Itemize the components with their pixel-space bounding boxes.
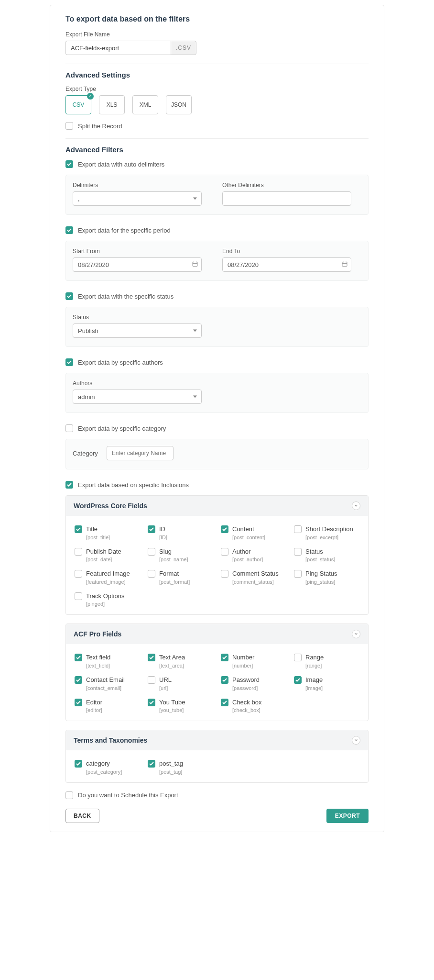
export-button[interactable]: EXPORT bbox=[326, 809, 369, 823]
field-key: [password] bbox=[232, 685, 286, 691]
split-record-checkbox[interactable] bbox=[65, 122, 73, 130]
field-item: Ping Status[ping_status] bbox=[290, 567, 363, 590]
field-item: Text field[text_field] bbox=[71, 651, 144, 673]
other-delimiters-input[interactable] bbox=[222, 191, 351, 206]
file-name-input[interactable] bbox=[65, 41, 171, 55]
field-label: Editor bbox=[86, 699, 140, 706]
field-label: Short Description bbox=[305, 525, 359, 533]
field-checkbox[interactable] bbox=[221, 654, 228, 661]
category-input[interactable] bbox=[107, 446, 174, 460]
field-checkbox[interactable] bbox=[75, 699, 82, 706]
schedule-label: Do you want to Schedule this Export bbox=[78, 791, 178, 799]
field-key: [post_status] bbox=[305, 557, 359, 562]
field-label: Featured Image bbox=[86, 570, 140, 578]
authors-label: Authors bbox=[73, 380, 361, 387]
field-checkbox[interactable] bbox=[294, 570, 302, 578]
field-key: [comment_status] bbox=[232, 579, 286, 585]
advanced-settings-title: Advanced Settings bbox=[65, 71, 369, 79]
field-checkbox[interactable] bbox=[148, 654, 155, 661]
field-label: Author bbox=[232, 548, 286, 556]
authors-checkbox[interactable] bbox=[65, 358, 73, 366]
field-checkbox[interactable] bbox=[148, 699, 155, 706]
field-checkbox[interactable] bbox=[294, 548, 302, 556]
status-checkbox[interactable] bbox=[65, 292, 73, 300]
acf-title: ACF Pro Fields bbox=[74, 630, 121, 638]
delimiters-select[interactable]: , bbox=[73, 191, 202, 206]
export-types: CSV XLS XML JSON bbox=[65, 95, 369, 114]
export-type-json[interactable]: JSON bbox=[166, 95, 192, 114]
field-item: Content[post_content] bbox=[217, 523, 290, 545]
advanced-filters-title: Advanced Filters bbox=[65, 145, 369, 154]
field-item: ID[ID] bbox=[144, 523, 217, 545]
field-key: [pinged] bbox=[86, 601, 140, 607]
back-button[interactable]: BACK bbox=[65, 809, 99, 823]
field-checkbox[interactable] bbox=[221, 548, 228, 556]
field-label: Text field bbox=[86, 654, 140, 661]
field-checkbox[interactable] bbox=[221, 570, 228, 578]
field-checkbox[interactable] bbox=[75, 760, 82, 768]
field-checkbox[interactable] bbox=[148, 548, 155, 556]
field-key: [post_category] bbox=[86, 769, 140, 775]
field-checkbox[interactable] bbox=[75, 525, 82, 533]
export-type-csv[interactable]: CSV bbox=[65, 95, 91, 114]
field-checkbox[interactable] bbox=[221, 699, 228, 706]
field-checkbox[interactable] bbox=[75, 654, 82, 661]
inclusions-checkbox[interactable] bbox=[65, 481, 73, 489]
field-key: [post_author] bbox=[232, 557, 286, 562]
period-checkbox[interactable] bbox=[65, 226, 73, 234]
field-key: [text_field] bbox=[86, 663, 140, 668]
field-checkbox[interactable] bbox=[75, 592, 82, 600]
category-filter-label: Export data by specific category bbox=[78, 425, 166, 432]
field-label: Title bbox=[86, 525, 140, 533]
chevron-down-icon[interactable] bbox=[352, 630, 360, 638]
field-label: You Tube bbox=[159, 699, 213, 706]
field-checkbox[interactable] bbox=[221, 676, 228, 684]
export-type-xml[interactable]: XML bbox=[132, 95, 158, 114]
field-key: [post_title] bbox=[86, 535, 140, 540]
field-item: Comment Status[comment_status] bbox=[217, 567, 290, 590]
inclusions-filter-label: Export data based on specific Inclusions bbox=[78, 481, 189, 489]
field-checkbox[interactable] bbox=[294, 676, 302, 684]
field-checkbox[interactable] bbox=[148, 570, 155, 578]
field-checkbox[interactable] bbox=[148, 525, 155, 533]
field-item: Featured Image[featured_image] bbox=[71, 567, 144, 590]
field-label: Range bbox=[305, 654, 359, 661]
end-to-input[interactable] bbox=[222, 257, 351, 272]
category-checkbox[interactable] bbox=[65, 424, 73, 432]
field-key: [post_content] bbox=[232, 535, 286, 540]
page-title: To export data based on the filters bbox=[65, 15, 369, 23]
field-checkbox[interactable] bbox=[221, 525, 228, 533]
field-checkbox[interactable] bbox=[75, 676, 82, 684]
delimiters-checkbox[interactable] bbox=[65, 160, 73, 168]
file-ext-badge: .CSV bbox=[171, 41, 196, 55]
schedule-checkbox[interactable] bbox=[65, 791, 73, 799]
field-item: Slug[post_name] bbox=[144, 545, 217, 568]
field-key: [you_tube] bbox=[159, 707, 213, 713]
authors-select[interactable]: admin bbox=[73, 390, 202, 404]
field-label: Text Area bbox=[159, 654, 213, 661]
field-item: URL[url] bbox=[144, 673, 217, 696]
field-key: [post_excerpt] bbox=[305, 535, 359, 540]
start-from-input[interactable] bbox=[73, 257, 202, 272]
field-item: Contact Email[contact_email] bbox=[71, 673, 144, 696]
field-checkbox[interactable] bbox=[148, 676, 155, 684]
field-label: Contact Email bbox=[86, 676, 140, 684]
period-filter-label: Export data for the specific period bbox=[78, 227, 171, 234]
field-item: Track Options[pinged] bbox=[71, 590, 144, 612]
status-select[interactable]: Publish bbox=[73, 323, 202, 338]
field-checkbox[interactable] bbox=[148, 760, 155, 768]
field-item: Password[password] bbox=[217, 673, 290, 696]
field-label: ID bbox=[159, 525, 213, 533]
export-type-xls[interactable]: XLS bbox=[99, 95, 125, 114]
field-checkbox[interactable] bbox=[75, 548, 82, 556]
chevron-down-icon[interactable] bbox=[352, 736, 360, 745]
field-checkbox[interactable] bbox=[294, 525, 302, 533]
chevron-down-icon[interactable] bbox=[352, 501, 360, 510]
field-item: Editor[editor] bbox=[71, 696, 144, 718]
field-item: Author[post_author] bbox=[217, 545, 290, 568]
field-checkbox[interactable] bbox=[294, 654, 302, 661]
field-item: Title[post_title] bbox=[71, 523, 144, 545]
field-key: [url] bbox=[159, 685, 213, 691]
field-key: [featured_image] bbox=[86, 579, 140, 585]
field-checkbox[interactable] bbox=[75, 570, 82, 578]
